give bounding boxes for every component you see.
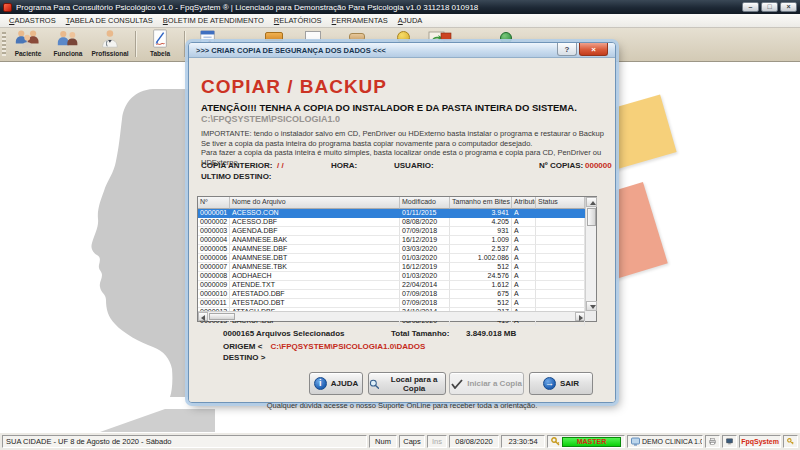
menu-ajuda[interactable]: AJUDA [393, 14, 428, 27]
cell-numero: 0000006 [198, 254, 230, 263]
table-row[interactable]: 0000002 ACESSO.DBF 08/08/2020 4.205 A [198, 218, 585, 227]
cell-atributo: A [512, 218, 536, 227]
column-header-status[interactable]: Status [536, 197, 585, 209]
ajuda-button[interactable]: i AJUDA [309, 372, 363, 395]
n-copias-value: 000000 [585, 161, 612, 170]
toolbar-grip[interactable] [2, 32, 6, 56]
status-clinic: DEMO CLINICA 1.0 [642, 438, 703, 445]
table-row[interactable]: 0000001 ACESSO.CON 01/11/2015 3.941 A [198, 209, 585, 218]
cell-nome: AGENDA.DBF [230, 227, 400, 236]
scroll-left-icon[interactable] [198, 312, 208, 321]
status-key-segment[interactable] [783, 435, 798, 448]
menu-tabela-de-consultas[interactable]: TABELA DE CONSULTAS [61, 14, 158, 27]
toolbar-paciente-button[interactable]: Paciente [8, 29, 48, 60]
dialog-help-button[interactable]: ? [557, 43, 577, 56]
local-para-copia-button[interactable]: Local para a Copia [368, 372, 446, 395]
toolbar-divider [135, 31, 137, 57]
table-row[interactable]: 0000006 ANAMNESE.DBT 01/03/2020 1.002.08… [198, 254, 585, 263]
info-icon: i [314, 377, 327, 390]
vertical-scrollbar[interactable] [585, 197, 596, 311]
cell-atributo: A [512, 245, 536, 254]
usuario-label: USUARIO: [394, 161, 434, 170]
status-brand: FpqSystem [741, 438, 779, 445]
table-row[interactable]: 0000004 ANAMNESE.BAK 16/12/2019 1.009 A [198, 236, 585, 245]
cell-atributo: A [512, 299, 536, 308]
vertical-scroll-thumb[interactable] [587, 208, 596, 226]
cell-numero: 0000009 [198, 281, 230, 290]
note-line: Se tiver a copia da pasta inteira do pro… [201, 139, 615, 149]
cell-modificado: 07/09/2018 [400, 299, 450, 308]
minimize-button[interactable]: – [742, 2, 759, 12]
staff-icon [56, 29, 80, 49]
status-printer-segment[interactable] [705, 435, 720, 448]
cell-nome: ATESTADO.DBF [230, 290, 400, 299]
menubar: CADASTROS TABELA DE CONSULTAS BOLETIM DE… [0, 14, 800, 28]
table-row[interactable]: 0000010 ATESTADO.DBF 07/09/2018 675 A [198, 290, 585, 299]
close-button[interactable]: × [780, 2, 797, 12]
origem-path: C:\FPQSYSTEM\PSICOLOGIA1.0\DADOS [271, 342, 426, 351]
table-row[interactable]: 0000011 ATESTADO.DBT 07/09/2018 512 A [198, 299, 585, 308]
menu-ferramentas[interactable]: FERRAMENTAS [327, 14, 393, 27]
cell-status [536, 236, 585, 245]
folder-icon [265, 32, 283, 41]
scroll-right-icon[interactable] [575, 312, 585, 321]
toolbar-divider [184, 31, 186, 57]
cell-tamanho: 675 [450, 290, 512, 299]
status-user: MASTER [562, 437, 621, 447]
iniciar-copia-button[interactable]: Iniciar a Copia [449, 372, 524, 395]
menu-relatorios[interactable]: RELATÓRIOS [269, 14, 327, 27]
maximize-button[interactable]: □ [761, 2, 778, 12]
cell-status [536, 218, 585, 227]
cell-modificado: 01/11/2015 [400, 209, 450, 218]
column-header-atributo[interactable]: Atributo [512, 197, 536, 209]
cell-tamanho: 1.612 [450, 281, 512, 290]
table-row[interactable]: 0000003 AGENDA.DBF 07/09/2018 931 A [198, 227, 585, 236]
cell-modificado: 08/08/2020 [400, 218, 450, 227]
cell-atributo: A [512, 254, 536, 263]
backup-fields-row: COPIA ANTERIOR: / / HORA: USUARIO: Nº CO… [189, 161, 615, 171]
table-row[interactable]: 0000007 ANAMNESE.TBK 16/12/2019 512 A [198, 263, 585, 272]
destino-label: DESTINO > [223, 353, 265, 362]
table-row[interactable]: 0000005 ANAMNESE.DBF 03/03/2020 2.537 A [198, 245, 585, 254]
scroll-down-icon[interactable] [586, 301, 597, 311]
cell-numero: 0000008 [198, 272, 230, 281]
horizontal-scrollbar[interactable] [198, 311, 585, 321]
hora-label: HORA: [331, 161, 357, 170]
sair-button[interactable]: → SAIR [529, 372, 593, 395]
scroll-up-icon[interactable] [586, 197, 597, 207]
status-monitor-segment[interactable] [722, 435, 737, 448]
cell-numero: 0000010 [198, 290, 230, 299]
column-header-tamanho[interactable]: Tamanho em Bites [450, 197, 512, 209]
toolbar-profissional-button[interactable]: Profissional [90, 29, 130, 60]
cell-tamanho: 3.941 [450, 209, 512, 218]
status-date: 08/08/2020 [449, 435, 499, 448]
toolbar-funcionario-button[interactable]: Funciona [48, 29, 88, 60]
menu-boletim-de-atendimento[interactable]: BOLETIM DE ATENDIMENTO [158, 14, 269, 27]
toolbar-button-label: Tabela [150, 50, 170, 57]
ultimo-destino-label: ULTIMO DESTINO: [201, 172, 272, 181]
status-caps-lock: Caps [399, 435, 425, 448]
status-clinic-segment: DEMO CLINICA 1.0 [627, 435, 703, 448]
column-header-numero[interactable]: Nº [198, 197, 230, 209]
window-controls: – □ × [742, 2, 797, 12]
dialog-heading: COPIAR / BACKUP [201, 76, 387, 98]
column-header-modificado[interactable]: Modificado [400, 197, 450, 209]
clinic-icon [631, 437, 640, 446]
table-row[interactable]: 0000009 ATENDE.TXT 22/04/2014 1.612 A [198, 281, 585, 290]
cell-modificado: 16/12/2019 [400, 263, 450, 272]
column-header-nome[interactable]: Nome do Arquivo [230, 197, 400, 209]
horizontal-scroll-thumb[interactable] [209, 313, 235, 320]
cell-modificado: 01/03/2020 [400, 272, 450, 281]
dialog-close-button[interactable]: × [579, 43, 608, 56]
menu-cadastros[interactable]: CADASTROS [4, 14, 61, 27]
note-line: IMPORTANTE: tendo o instalador salvo em … [201, 129, 615, 139]
cell-nome: ANAMNESE.DBF [230, 245, 400, 254]
table-row[interactable]: 0000008 AODHAECH 01/03/2020 24.576 A [198, 272, 585, 281]
dialog-titlebar[interactable]: >>> CRIAR COPIA DE SEGURANÇA DOS DADOS <… [189, 43, 615, 58]
cell-numero: 0000003 [198, 227, 230, 236]
cell-atributo: A [512, 272, 536, 281]
dialog-title: >>> CRIAR COPIA DE SEGURANÇA DOS DADOS <… [189, 46, 386, 55]
magnifier-icon [369, 378, 379, 390]
toolbar-tabela-button[interactable]: Tabela [140, 29, 180, 60]
cell-status [536, 227, 585, 236]
